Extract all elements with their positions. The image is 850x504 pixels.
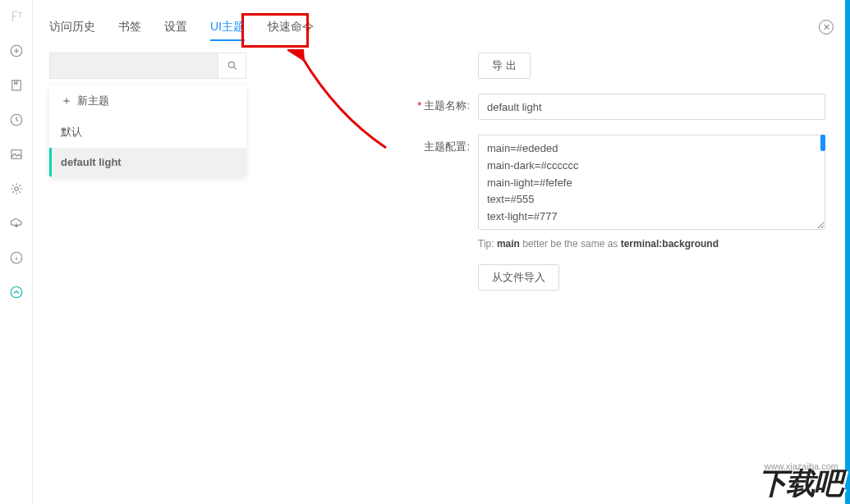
- close-button[interactable]: ✕: [819, 20, 834, 34]
- search-icon: [227, 60, 238, 71]
- tab-history[interactable]: 访问历史: [49, 20, 95, 41]
- theme-config-textarea[interactable]: [478, 135, 825, 230]
- gear-icon[interactable]: [8, 181, 25, 197]
- theme-form-panel: 导 出 *主题名称: 主题配置: Tip: main better be t: [263, 53, 834, 305]
- svg-rect-1: [11, 80, 21, 90]
- new-theme-item[interactable]: ＋ 新主题: [49, 85, 246, 117]
- cloud-download-icon[interactable]: [8, 215, 25, 231]
- theme-config-label: 主题配置:: [411, 135, 478, 154]
- logo-icon[interactable]: [8, 8, 25, 25]
- search-input[interactable]: [49, 53, 218, 79]
- svg-point-6: [11, 286, 22, 298]
- info-icon[interactable]: [8, 250, 25, 266]
- watermark-text: 下载吧: [758, 464, 842, 504]
- clock-icon[interactable]: [8, 112, 25, 128]
- search-row: [49, 53, 246, 79]
- content-area: ＋ 新主题 默认 default light 导 出 *主题名称:: [33, 53, 850, 305]
- theme-list: ＋ 新主题 默认 default light: [49, 85, 246, 176]
- sync-icon[interactable]: [8, 284, 25, 300]
- theme-name-input[interactable]: [478, 94, 825, 120]
- svg-point-7: [228, 62, 234, 67]
- right-edge-accent: [845, 0, 850, 504]
- search-button[interactable]: [218, 53, 246, 79]
- tab-settings[interactable]: 设置: [164, 20, 187, 41]
- tab-ui-theme[interactable]: UI主题: [210, 20, 245, 41]
- scrollbar-thumb[interactable]: [820, 135, 825, 151]
- new-theme-label: 新主题: [77, 94, 109, 108]
- main-panel: 访问历史 书签 设置 UI主题 快速命令 ✕ ＋ 新主题 默认 default …: [33, 0, 850, 504]
- image-icon[interactable]: [8, 146, 25, 163]
- theme-item-default-light[interactable]: default light: [49, 148, 246, 176]
- app-sidebar: [0, 0, 33, 504]
- export-button[interactable]: 导 出: [478, 53, 531, 79]
- plus-circle-icon[interactable]: [8, 43, 25, 59]
- theme-name-label: *主题名称:: [411, 94, 478, 113]
- theme-item-default[interactable]: 默认: [49, 117, 246, 148]
- import-from-file-button[interactable]: 从文件导入: [478, 264, 559, 291]
- plus-icon: ＋: [61, 94, 72, 108]
- config-tip: Tip: main better be the same as terminal…: [478, 238, 825, 250]
- tab-bookmarks[interactable]: 书签: [118, 20, 141, 41]
- bookmark-icon[interactable]: [8, 77, 25, 94]
- svg-rect-3: [11, 150, 21, 159]
- theme-list-panel: ＋ 新主题 默认 default light: [49, 53, 246, 305]
- svg-point-4: [14, 187, 18, 191]
- tab-quick-commands[interactable]: 快速命令: [268, 20, 314, 41]
- tab-bar: 访问历史 书签 设置 UI主题 快速命令: [33, 0, 850, 53]
